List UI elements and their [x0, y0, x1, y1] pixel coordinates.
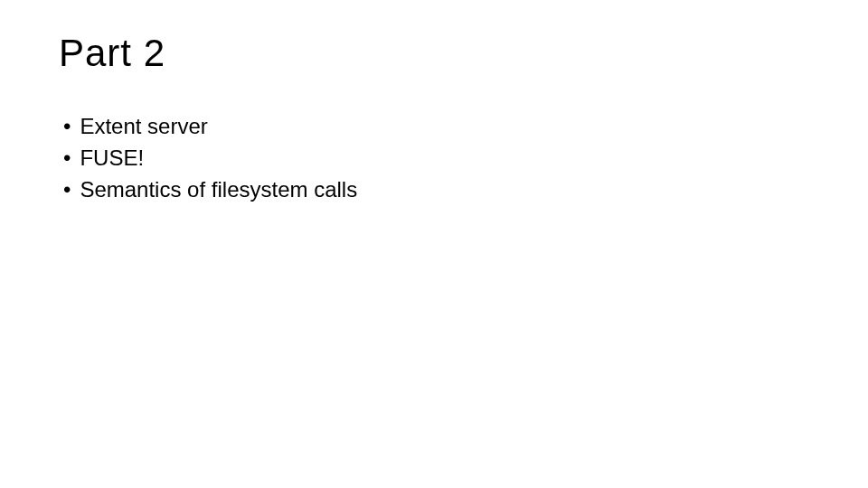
list-item: • Extent server — [63, 111, 809, 143]
bullet-text: Extent server — [80, 111, 207, 143]
bullet-icon: • — [63, 174, 71, 206]
slide-title: Part 2 — [59, 32, 809, 75]
bullet-text: FUSE! — [80, 143, 144, 174]
bullet-icon: • — [63, 143, 71, 174]
bullet-text: Semantics of filesystem calls — [80, 174, 357, 206]
slide-container: Part 2 • Extent server • FUSE! • Semanti… — [0, 0, 868, 237]
bullet-icon: • — [63, 111, 71, 143]
bullet-list: • Extent server • FUSE! • Semantics of f… — [59, 111, 809, 205]
list-item: • Semantics of filesystem calls — [63, 174, 809, 206]
list-item: • FUSE! — [63, 143, 809, 174]
